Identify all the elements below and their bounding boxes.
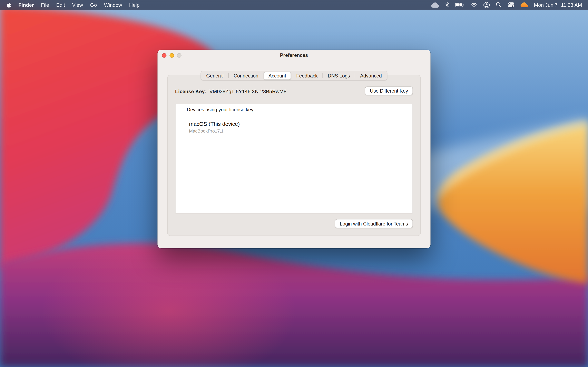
zoom-button xyxy=(177,53,182,58)
apple-menu-icon[interactable] xyxy=(7,2,11,8)
close-button[interactable] xyxy=(162,53,166,58)
warp-app-icon[interactable] xyxy=(520,2,528,8)
tab-bar: General Connection Account Feedback DNS … xyxy=(200,71,387,81)
menu-item-edit[interactable]: Edit xyxy=(56,2,65,8)
menu-item-view[interactable]: View xyxy=(72,2,83,8)
preferences-window: Preferences License Key:VM038Zg1-5Y146jX… xyxy=(157,50,430,248)
wifi-icon[interactable] xyxy=(471,2,477,8)
tab-feedback[interactable]: Feedback xyxy=(291,72,323,80)
menu-item-help[interactable]: Help xyxy=(129,2,139,8)
tab-content-box: License Key:VM038Zg1-5Y146jXN-23B5RwM8 U… xyxy=(167,75,421,236)
tab-connection[interactable]: Connection xyxy=(229,72,263,80)
login-cloudflare-teams-button[interactable]: Login with Cloudflare for Teams xyxy=(335,219,413,228)
active-app-menu[interactable]: Finder xyxy=(18,2,34,8)
license-key-value: VM038Zg1-5Y146jXN-23B5RwM8 xyxy=(209,89,286,94)
cloud-icon[interactable] xyxy=(431,2,439,8)
tab-advanced[interactable]: Advanced xyxy=(355,72,387,80)
tab-general[interactable]: General xyxy=(201,72,228,80)
bluetooth-icon[interactable] xyxy=(445,2,449,8)
clock-time: 11:28 AM xyxy=(561,2,582,8)
menu-bar-clock[interactable]: Mon Jun 7 11:28 AM xyxy=(534,2,582,8)
window-title: Preferences xyxy=(157,50,430,61)
use-different-key-button[interactable]: Use Different Key xyxy=(365,86,413,95)
clock-date: Mon Jun 7 xyxy=(534,2,558,8)
battery-charging-icon[interactable] xyxy=(455,3,465,7)
menu-item-file[interactable]: File xyxy=(41,2,49,8)
devices-panel: Devices using your license key macOS (Th… xyxy=(175,104,413,213)
license-key-row: License Key:VM038Zg1-5Y146jXN-23B5RwM8 xyxy=(175,89,286,94)
license-key-label: License Key: xyxy=(175,89,207,94)
traffic-lights xyxy=(162,53,182,58)
user-switch-icon[interactable] xyxy=(483,2,490,8)
menu-item-window[interactable]: Window xyxy=(104,2,122,8)
device-name: macOS (This device) xyxy=(189,121,413,127)
device-list-item[interactable]: macOS (This device) MacBookPro17,1 xyxy=(176,115,413,134)
minimize-button[interactable] xyxy=(169,53,174,58)
spotlight-icon[interactable] xyxy=(496,2,502,8)
window-titlebar[interactable]: Preferences xyxy=(157,50,430,61)
menu-bar: Finder File Edit View Go Window Help xyxy=(0,0,588,10)
desktop: Finder File Edit View Go Window Help xyxy=(0,0,588,367)
devices-panel-header: Devices using your license key xyxy=(176,104,413,115)
menu-item-go[interactable]: Go xyxy=(90,2,97,8)
tab-dns-logs[interactable]: DNS Logs xyxy=(323,72,355,80)
device-model: MacBookPro17,1 xyxy=(189,128,413,134)
tab-account[interactable]: Account xyxy=(264,72,291,80)
control-center-icon[interactable] xyxy=(508,1,515,8)
